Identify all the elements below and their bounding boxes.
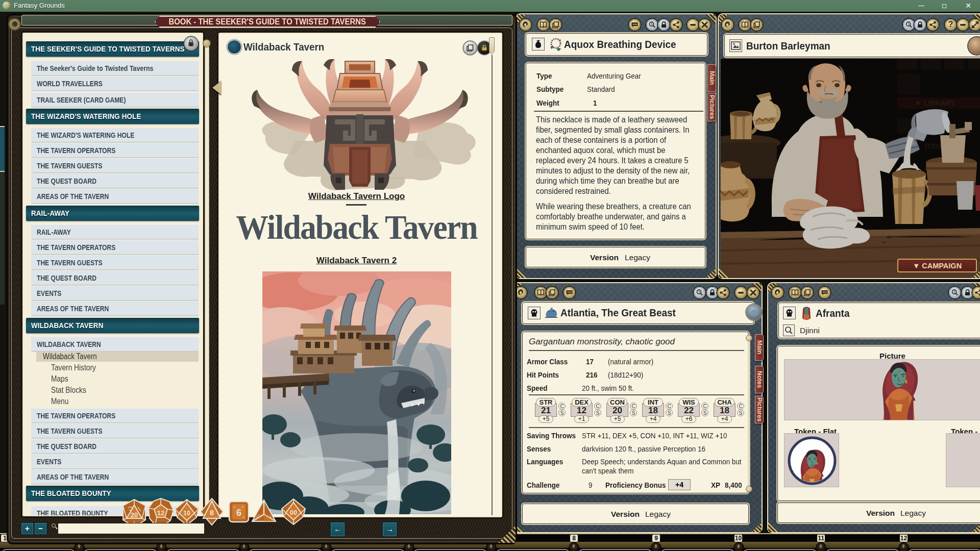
svg-text:10: 10 [183, 510, 190, 517]
svg-text:00: 00 [290, 509, 297, 516]
svg-text:12: 12 [157, 509, 164, 517]
svg-text:8: 8 [210, 508, 214, 517]
svg-text:20: 20 [131, 511, 138, 519]
svg-text:6: 6 [236, 508, 241, 518]
